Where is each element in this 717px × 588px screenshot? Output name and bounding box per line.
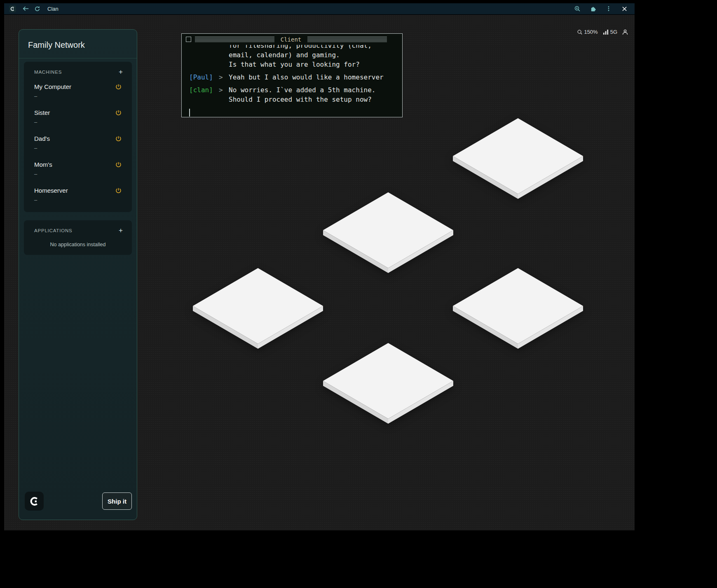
back-button[interactable]	[21, 4, 30, 13]
power-status-icon[interactable]	[115, 84, 122, 91]
zoom-indicator[interactable]: 150%	[577, 29, 598, 35]
applications-panel: APPLICATIONS + No applications installed	[24, 220, 132, 255]
chat-line: Should I proceed with the setup now?	[189, 95, 402, 104]
signal-bars-icon	[603, 29, 609, 35]
kebab-menu-icon	[606, 5, 612, 12]
chat-line: Is that what you are looking for?	[189, 60, 402, 69]
status-indicators: 150% 5G	[577, 29, 628, 35]
chat-line: email, calendar) and gaming.	[189, 50, 402, 60]
power-status-icon[interactable]	[115, 187, 122, 194]
magnifier-plus-icon	[574, 5, 581, 12]
machines-panel: MACHINES + My Computer – Sister	[24, 62, 132, 212]
user-icon	[622, 29, 628, 35]
iso-tile	[322, 342, 454, 425]
prompt-chevron: >	[219, 85, 229, 95]
titlebar-stripes-right	[307, 37, 387, 42]
machine-name: Mom's	[34, 161, 123, 168]
sender-label: [Paul]	[189, 72, 219, 82]
add-application-button[interactable]: +	[119, 228, 123, 233]
message-text: No worries. I`ve added a 5th machine.	[229, 85, 375, 95]
machine-item-my-computer[interactable]: My Computer –	[24, 78, 132, 104]
clan-logo-glyph	[29, 496, 40, 507]
sidebar-body: MACHINES + My Computer – Sister	[19, 58, 137, 520]
machine-status-text: –	[34, 171, 123, 177]
machine-status-text: –	[34, 119, 123, 125]
machine-item-moms[interactable]: Mom's –	[24, 156, 132, 182]
iso-tile	[452, 267, 584, 350]
user-indicator[interactable]	[622, 29, 628, 35]
client-window-title: Client	[281, 36, 302, 43]
network-label: 5G	[610, 29, 617, 35]
machines-header-label: MACHINES	[34, 70, 62, 75]
chat-line: for filesharing, productivity (chat,	[189, 45, 402, 50]
machine-status-text: –	[34, 93, 123, 99]
machine-tile-2[interactable]	[322, 191, 454, 274]
chat-message-clan: [clan] > No worries. I`ve added a 5th ma…	[189, 85, 402, 95]
message-text: Yeah but I also would like a homeserver	[229, 72, 384, 82]
magnifier-icon	[577, 29, 583, 35]
zoom-level: 150%	[584, 29, 598, 35]
clan-logo-glyph	[10, 6, 15, 12]
prompt-chevron: >	[219, 72, 229, 82]
machine-item-dads[interactable]: Dad's –	[24, 130, 132, 156]
sidebar-spacer	[24, 255, 132, 492]
iso-tile	[452, 117, 584, 200]
extensions-button[interactable]	[588, 4, 598, 13]
sender-label: [clan]	[189, 85, 219, 95]
close-icon	[622, 6, 627, 12]
chat-log[interactable]: for filesharing, productivity (chat, ema…	[182, 45, 402, 117]
machine-tile-1[interactable]	[452, 117, 584, 200]
power-status-icon[interactable]	[115, 161, 122, 168]
iso-tile	[192, 267, 324, 350]
applications-panel-header: APPLICATIONS +	[24, 228, 132, 233]
iso-tile	[322, 191, 454, 274]
window-control-box[interactable]	[186, 37, 191, 42]
browser-window: Clan	[4, 3, 635, 530]
text-cursor	[189, 109, 190, 117]
applications-empty-text: No applications installed	[24, 237, 132, 251]
machine-item-sister[interactable]: Sister –	[24, 104, 132, 130]
client-titlebar[interactable]: Client	[182, 34, 402, 45]
sidebar-footer: Ship it	[24, 492, 132, 511]
machine-tile-3[interactable]	[192, 267, 324, 350]
desktop: { "topbar": { "title": "Clan" }, "status…	[0, 0, 717, 588]
toolbar-actions	[573, 4, 631, 13]
network-indicator: 5G	[603, 29, 617, 35]
close-button[interactable]	[620, 4, 629, 13]
input-line[interactable]	[189, 108, 402, 117]
machine-name: Dad's	[34, 135, 123, 142]
reload-button[interactable]	[33, 4, 42, 13]
power-status-icon[interactable]	[115, 135, 122, 142]
machine-item-homeserver[interactable]: Homeserver –	[24, 182, 132, 208]
back-arrow-icon	[22, 6, 29, 12]
power-status-icon[interactable]	[115, 110, 122, 117]
titlebar-stripes-left	[195, 37, 274, 42]
zoom-button[interactable]	[573, 4, 582, 13]
machine-tile-5[interactable]	[322, 342, 454, 425]
reload-icon	[34, 6, 40, 12]
applications-header-label: APPLICATIONS	[34, 228, 72, 233]
machines-panel-header: MACHINES +	[24, 69, 132, 75]
puzzle-icon	[590, 6, 596, 12]
machine-name: My Computer	[34, 83, 123, 90]
machine-status-text: –	[34, 145, 123, 151]
machine-tile-4[interactable]	[452, 267, 584, 350]
browser-toolbar: Clan	[4, 3, 635, 14]
machine-name: Homeserver	[34, 187, 123, 194]
add-machine-button[interactable]: +	[119, 69, 123, 75]
sidebar: Family Network MACHINES + My Computer –	[19, 29, 137, 520]
page-title: Clan	[47, 6, 59, 12]
ship-it-button[interactable]: Ship it	[102, 492, 132, 510]
machine-status-text: –	[34, 197, 123, 203]
network-title: Family Network	[19, 30, 137, 58]
clan-logo-icon	[9, 5, 16, 12]
network-canvas[interactable]: 150% 5G Family Network	[4, 15, 635, 530]
menu-button[interactable]	[604, 4, 613, 13]
clan-logo	[25, 492, 44, 511]
chat-message-paul: [Paul] > Yeah but I also would like a ho…	[189, 72, 402, 82]
machine-name: Sister	[34, 109, 123, 116]
client-chat-window[interactable]: Client for filesharing, productivity (ch…	[181, 33, 403, 117]
